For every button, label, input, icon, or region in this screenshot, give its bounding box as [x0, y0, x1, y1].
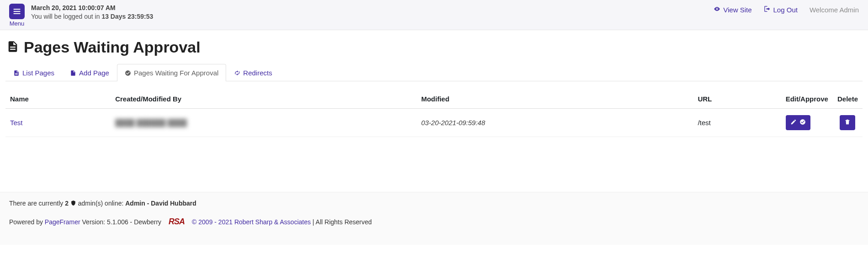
admins-online: There are currently 2 admin(s) online: A… — [9, 200, 859, 207]
th-edit-approve: Edit/Approve — [781, 90, 833, 109]
current-datetime: March 20, 2021 10:00:07 AM — [31, 4, 153, 12]
edit-icon — [790, 119, 797, 127]
th-delete: Delete — [833, 90, 863, 109]
table-row: Test ████ ██████ ████ 03-20-2021-09:59:4… — [5, 109, 863, 137]
svg-rect-1 — [14, 11, 21, 12]
check-circle-icon — [799, 119, 806, 127]
welcome-text: Welcome Admin — [810, 6, 859, 14]
th-created-by: Created/Modified By — [111, 90, 417, 109]
eye-icon — [714, 5, 720, 14]
online-prefix: There are currently — [9, 200, 65, 207]
log-out-label: Log Out — [773, 6, 798, 14]
rights-text: | All Rights Reserved — [311, 218, 372, 226]
top-bar-left: Menu March 20, 2021 10:00:07 AM You will… — [9, 4, 153, 27]
trash-icon — [844, 119, 851, 127]
th-url: URL — [693, 90, 781, 109]
online-names: Admin - David Hubbard — [125, 200, 196, 207]
row-name-link[interactable]: Test — [10, 119, 23, 127]
logout-countdown: You will be logged out in 13 Days 23:59:… — [31, 12, 153, 21]
top-bar: Menu March 20, 2021 10:00:07 AM You will… — [0, 0, 868, 30]
view-site-label: View Site — [723, 6, 752, 14]
logout-icon — [764, 5, 771, 14]
svg-rect-2 — [14, 13, 21, 14]
version-text: Version: 5.1.006 - Dewberry — [80, 218, 161, 226]
online-count: 2 — [65, 200, 69, 207]
document-icon — [6, 40, 19, 54]
row-created-by: ████ ██████ ████ — [115, 119, 187, 127]
tab-list-pages[interactable]: List Pages — [5, 64, 62, 81]
page-title-row: Pages Waiting Approval — [5, 38, 863, 56]
tab-add-page[interactable]: Add Page — [62, 64, 117, 81]
rsa-logo: RSA — [169, 217, 185, 227]
view-site-link[interactable]: View Site — [714, 5, 752, 14]
tab-waiting-approval[interactable]: Pages Waiting For Approval — [117, 64, 226, 81]
pageframer-link[interactable]: PageFramer — [45, 218, 80, 226]
th-modified: Modified — [417, 90, 693, 109]
hamburger-icon — [9, 4, 25, 19]
tab-redirects[interactable]: Redirects — [226, 64, 280, 81]
header-info: March 20, 2021 10:00:07 AM You will be l… — [31, 4, 153, 21]
th-name: Name — [5, 90, 111, 109]
top-bar-right: View Site Log Out Welcome Admin — [714, 4, 859, 14]
powered-prefix: Powered by — [9, 218, 45, 226]
footer-credits: Powered by PageFramer Version: 5.1.006 -… — [9, 217, 859, 227]
online-mid: admin(s) online: — [78, 200, 126, 207]
tabs: List Pages Add Page Pages Waiting For Ap… — [5, 63, 863, 81]
log-out-link[interactable]: Log Out — [764, 5, 798, 14]
row-url: /test — [698, 119, 710, 127]
tab-list-pages-label: List Pages — [22, 69, 54, 77]
row-modified: 03-20-2021-09:59:48 — [421, 119, 485, 127]
tab-redirects-label: Redirects — [243, 69, 272, 77]
logout-time: 13 Days 23:59:53 — [101, 13, 153, 20]
tab-waiting-label: Pages Waiting For Approval — [134, 69, 218, 77]
delete-button[interactable] — [840, 115, 855, 130]
copyright-link[interactable]: © 2009 - 2021 Robert Sharp & Associates — [192, 218, 311, 226]
footer: There are currently 2 admin(s) online: A… — [0, 192, 868, 245]
menu-label: Menu — [9, 20, 25, 27]
page-title: Pages Waiting Approval — [24, 38, 201, 56]
table-header-row: Name Created/Modified By Modified URL Ed… — [5, 90, 863, 109]
logout-prefix: You will be logged out in — [31, 13, 101, 20]
approval-table: Name Created/Modified By Modified URL Ed… — [5, 90, 863, 137]
main-content: Pages Waiting Approval List Pages Add Pa… — [0, 30, 868, 137]
tab-add-page-label: Add Page — [79, 69, 109, 77]
shield-icon — [70, 200, 76, 207]
edit-approve-button[interactable] — [786, 115, 810, 130]
svg-rect-0 — [14, 9, 21, 10]
menu-button[interactable]: Menu — [9, 4, 25, 27]
